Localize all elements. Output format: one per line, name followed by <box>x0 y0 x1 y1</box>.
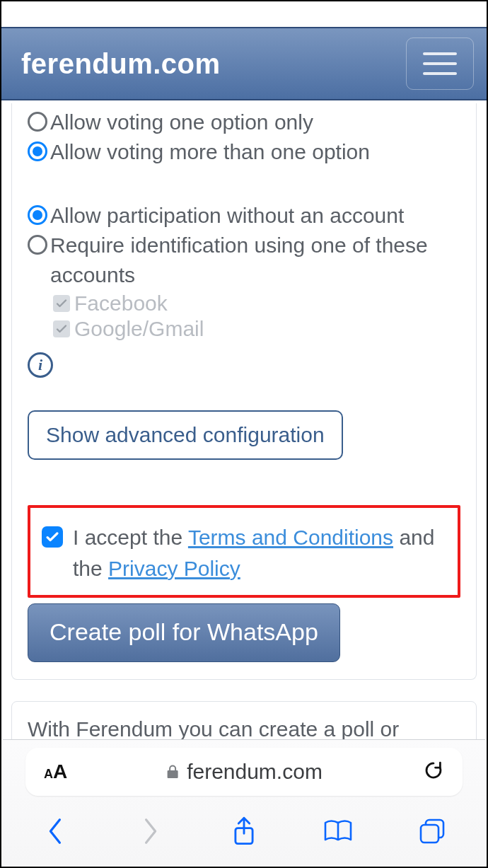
radio-icon <box>28 112 47 132</box>
back-button[interactable] <box>36 811 76 851</box>
share-button[interactable] <box>224 811 264 851</box>
navbar: ferendum.com <box>1 27 487 100</box>
radio-label: Allow voting one option only <box>50 108 313 137</box>
radio-vote-multiple-options[interactable]: Allow voting more than one option <box>28 137 460 167</box>
radio-icon <box>28 205 47 225</box>
radio-allow-anonymous[interactable]: Allow participation without an account <box>28 201 460 231</box>
tabs-icon <box>418 817 446 845</box>
create-poll-button[interactable]: Create poll for WhatsApp <box>28 603 340 662</box>
checkbox-disabled-icon <box>53 295 70 312</box>
share-icon <box>231 816 257 847</box>
info-icon: i <box>28 352 53 378</box>
address-domain: ferendum.com <box>187 760 323 784</box>
chevron-right-icon <box>141 817 159 845</box>
poll-config-card: Allow voting one option only Allow votin… <box>11 103 477 680</box>
radio-require-identification[interactable]: Require identification using one of thes… <box>28 231 460 290</box>
check-icon <box>45 530 59 544</box>
show-advanced-config-button[interactable]: Show advanced configuration <box>28 410 343 460</box>
checkbox-label: Google/Gmail <box>74 317 204 341</box>
checkbox-google: Google/Gmail <box>53 317 460 341</box>
radio-vote-one-option[interactable]: Allow voting one option only <box>28 108 460 137</box>
privacy-policy-link[interactable]: Privacy Policy <box>108 557 240 580</box>
radio-label: Allow voting more than one option <box>50 137 370 167</box>
safari-chrome: AA ferendum.com <box>3 739 485 865</box>
reload-button[interactable] <box>423 760 444 784</box>
book-icon <box>323 818 354 844</box>
checkbox-facebook: Facebook <box>53 291 460 316</box>
terms-and-conditions-link[interactable]: Terms and Conditions <box>188 526 393 549</box>
terms-text: I accept the Terms and Conditions and th… <box>73 522 442 584</box>
checkbox-label: Facebook <box>74 291 168 316</box>
hamburger-menu-button[interactable] <box>406 37 474 90</box>
radio-icon <box>28 235 47 255</box>
radio-label: Allow participation without an account <box>50 201 404 231</box>
reload-icon <box>423 760 444 781</box>
lock-icon <box>165 763 180 780</box>
checkbox-accept-terms[interactable] <box>42 526 63 548</box>
site-logo[interactable]: ferendum.com <box>21 48 221 80</box>
svg-rect-2 <box>421 825 438 843</box>
terms-highlight: I accept the Terms and Conditions and th… <box>28 505 460 598</box>
tabs-button[interactable] <box>412 811 452 851</box>
checkbox-disabled-icon <box>53 320 70 337</box>
info-card: With Ferendum you can create a poll or <box>11 701 477 742</box>
chevron-left-icon <box>47 817 65 845</box>
radio-icon <box>28 141 47 161</box>
bookmarks-button[interactable] <box>318 811 358 851</box>
info-card-text: With Ferendum you can create a poll or <box>28 717 399 741</box>
info-button[interactable]: i <box>28 352 460 378</box>
forward-button <box>130 811 170 851</box>
radio-label: Require identification using one of thes… <box>50 231 460 290</box>
text-size-button[interactable]: AA <box>44 760 67 783</box>
address-bar[interactable]: AA ferendum.com <box>25 748 463 796</box>
